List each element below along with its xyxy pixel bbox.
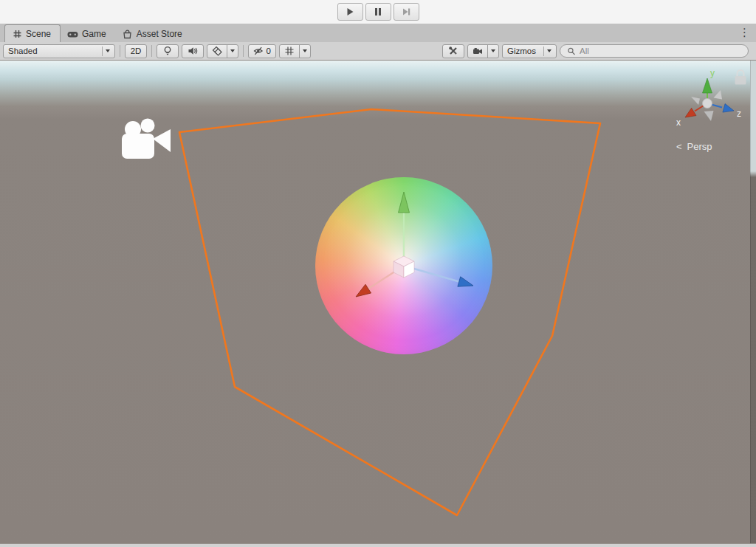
hidden-objects-count: 0 — [267, 47, 271, 55]
step-button[interactable] — [394, 3, 419, 21]
scene-camera-split-button — [467, 44, 499, 58]
lightbulb-icon — [162, 46, 173, 56]
gizmo-axis-x[interactable] — [685, 108, 696, 117]
toggle-2d-button[interactable]: 2D — [125, 44, 147, 58]
gizmo-axis-gray-left[interactable] — [691, 97, 700, 105]
divider — [120, 45, 120, 57]
playbar — [0, 0, 756, 24]
scene-camera-button[interactable] — [467, 44, 488, 58]
axis-label-x: x — [676, 117, 681, 128]
hash-grid-icon — [12, 29, 22, 39]
draw-mode-label: Shaded — [8, 47, 99, 55]
chevron-down-icon — [230, 49, 235, 52]
lock-icon[interactable] — [735, 70, 746, 85]
pause-button[interactable] — [365, 3, 391, 21]
view-orientation-gizmo: y x z — [676, 68, 741, 128]
scene-lighting-button[interactable] — [157, 44, 179, 58]
scene-audio-button[interactable] — [182, 44, 204, 58]
grid-split-button — [279, 44, 311, 58]
grid-icon — [284, 46, 295, 56]
window-bottom-edge — [0, 543, 756, 547]
grid-settings-dropdown[interactable] — [299, 44, 311, 58]
scene-effects-dropdown[interactable] — [227, 44, 238, 58]
right-edge-scrollbar[interactable] — [750, 61, 756, 543]
scene-toolbar: Shaded 2D — [0, 42, 756, 61]
gizmos-label: Gizmos — [507, 47, 540, 55]
layers-icon — [212, 46, 222, 56]
play-button[interactable] — [337, 3, 363, 21]
component-tools-button[interactable] — [442, 44, 464, 58]
tab-asset-store[interactable]: Asset Store — [115, 26, 191, 42]
crossed-tools-icon — [448, 46, 458, 56]
scene-effects-split-button — [207, 44, 238, 58]
scene-search-field[interactable] — [560, 44, 749, 58]
divider — [102, 47, 103, 56]
sphere-object[interactable] — [315, 177, 492, 354]
tab-label: Game — [82, 29, 106, 39]
gizmo-center-ball[interactable] — [703, 99, 712, 109]
search-input[interactable] — [580, 47, 741, 55]
persp-label: Persp — [687, 141, 712, 152]
unity-editor-window: Scene Game Asset Store ⋮ Shaded — [0, 0, 756, 547]
divider — [151, 45, 152, 57]
camera-gizmo-icon[interactable] — [122, 119, 171, 159]
chevron-down-icon — [303, 49, 307, 52]
play-icon — [344, 6, 356, 18]
persp-arrow-icon: < — [676, 141, 682, 152]
gizmos-dropdown[interactable]: Gizmos — [502, 44, 557, 58]
axis-label-z: z — [737, 109, 741, 119]
scene-effects-button[interactable] — [207, 44, 227, 58]
gizmo-axis-gray-back[interactable] — [714, 90, 723, 100]
grid-visibility-button[interactable] — [279, 44, 300, 58]
chevron-down-icon — [491, 49, 495, 52]
speaker-icon — [188, 46, 198, 56]
hidden-objects-button[interactable]: 0 — [248, 44, 276, 58]
tab-label: Asset Store — [137, 29, 182, 39]
chevron-down-icon — [106, 49, 110, 52]
gizmo-axis-y[interactable] — [703, 78, 712, 93]
gizmo-axis-z[interactable] — [723, 104, 734, 113]
camera-icon — [472, 46, 483, 56]
eye-slash-icon — [253, 46, 264, 56]
step-forward-icon — [400, 6, 412, 18]
draw-mode-dropdown[interactable]: Shaded — [3, 44, 115, 58]
divider — [243, 45, 244, 57]
divider — [543, 47, 544, 56]
chevron-down-icon — [547, 49, 551, 52]
gizmo-axis-gray-front[interactable] — [704, 111, 714, 121]
tab-game[interactable]: Game — [61, 26, 115, 42]
tabbar: Scene Game Asset Store ⋮ — [0, 24, 756, 42]
tab-label: Scene — [26, 29, 51, 39]
scene-camera-dropdown[interactable] — [487, 44, 499, 58]
pause-icon — [372, 6, 384, 18]
store-bag-icon — [122, 29, 133, 39]
perspective-toggle[interactable]: < Persp — [676, 141, 738, 152]
gamepad-icon — [67, 29, 78, 39]
tab-overflow-menu[interactable]: ⋮ — [739, 27, 749, 38]
magnifier-icon — [567, 47, 576, 56]
toggle-2d-label: 2D — [131, 47, 142, 55]
scene-viewport[interactable]: y x z < Persp — [0, 61, 756, 543]
tab-scene[interactable]: Scene — [4, 24, 61, 42]
axis-label-y: y — [710, 68, 715, 78]
